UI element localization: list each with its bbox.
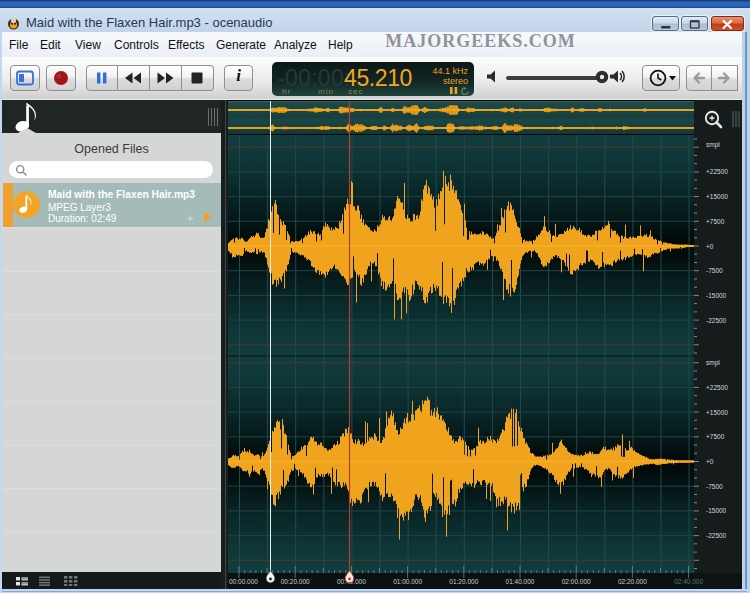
svg-text:-22500: -22500 [706, 532, 727, 539]
svg-text:+15000: +15000 [706, 193, 728, 200]
svg-text:00:00.000: 00:00.000 [229, 578, 258, 585]
svg-text:smpl: smpl [706, 141, 720, 149]
svg-text:+7500: +7500 [706, 433, 725, 440]
svg-text:-7500: -7500 [706, 267, 723, 274]
svg-text:+15000: +15000 [706, 409, 728, 416]
svg-text:smpl: smpl [706, 359, 720, 367]
svg-text:-15000: -15000 [706, 507, 727, 514]
svg-text:+0: +0 [706, 243, 714, 250]
svg-text:+22500: +22500 [706, 168, 728, 175]
svg-text:02:40.000: 02:40.000 [674, 578, 703, 585]
svg-text:+22500: +22500 [706, 384, 728, 391]
svg-text:01:20.000: 01:20.000 [449, 578, 478, 585]
svg-text:-7500: -7500 [706, 483, 723, 490]
svg-text:02:20.000: 02:20.000 [618, 578, 647, 585]
svg-text:00:20.000: 00:20.000 [281, 578, 310, 585]
svg-text:+7500: +7500 [706, 218, 725, 225]
svg-text:+0: +0 [706, 458, 714, 465]
svg-text:02:00.000: 02:00.000 [562, 578, 591, 585]
svg-text:-22500: -22500 [706, 317, 727, 324]
svg-text:-15000: -15000 [706, 292, 727, 299]
svg-text:01:00.000: 01:00.000 [393, 578, 422, 585]
svg-text:01:40.000: 01:40.000 [506, 578, 535, 585]
